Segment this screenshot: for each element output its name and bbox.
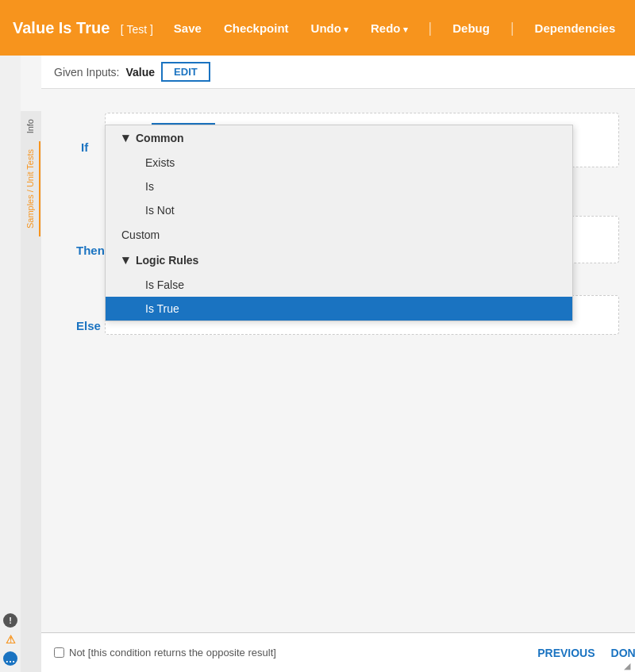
- custom-item[interactable]: Custom: [106, 222, 572, 248]
- checkpoint-button[interactable]: Checkpoint: [222, 18, 291, 38]
- common-section-header[interactable]: Common: [106, 125, 572, 151]
- not-checkbox-label: Not [this condition returns the opposite…: [69, 647, 276, 659]
- redo-button[interactable]: Redo: [369, 18, 410, 38]
- dependencies-button[interactable]: Dependencies: [533, 18, 618, 38]
- toolbar-title: Value Is True [ Test ]: [13, 19, 153, 37]
- toolbar: Value Is True [ Test ] Save Checkpoint U…: [0, 0, 635, 56]
- undo-button[interactable]: Undo: [310, 18, 350, 38]
- error-icon[interactable]: …: [3, 651, 17, 666]
- logic-rules-section-header[interactable]: Logic Rules: [106, 248, 572, 273]
- exists-item[interactable]: Exists: [106, 151, 572, 175]
- resize-handle[interactable]: ◢: [624, 661, 635, 672]
- dropdown-menu: Common Exists Is Is Not Custom Logic Rul…: [105, 125, 573, 321]
- not-checkbox-area: Not [this condition returns the opposite…: [54, 647, 276, 659]
- if-label: If: [81, 140, 88, 154]
- previous-button[interactable]: PREVIOUS: [537, 647, 595, 659]
- done-button[interactable]: DONE: [611, 647, 635, 659]
- given-inputs-label: Given Inputs:: [54, 66, 120, 79]
- not-checkbox[interactable]: [54, 647, 64, 658]
- info-icon[interactable]: !: [3, 613, 17, 628]
- common-label: Common: [136, 132, 184, 144]
- then-label: Then: [76, 244, 105, 257]
- logic-rules-label: Logic Rules: [136, 254, 198, 267]
- sidebar-tab-info[interactable]: Info: [21, 111, 40, 141]
- separator-2: |: [510, 20, 514, 36]
- bottom-actions: PREVIOUS DONE: [537, 647, 635, 659]
- separator-1: |: [429, 20, 433, 36]
- is-true-item[interactable]: Is True: [106, 297, 572, 321]
- given-inputs-bar: Given Inputs: Value EDIT: [41, 56, 635, 89]
- status-icons: ! ⚠ …: [0, 56, 21, 672]
- is-false-item[interactable]: Is False: [106, 273, 572, 297]
- warning-icon[interactable]: ⚠: [3, 632, 17, 647]
- sidebar-tab-samples[interactable]: Samples / Unit Tests: [21, 141, 40, 236]
- main-area: Info Samples / Unit Tests Given Inputs: …: [21, 56, 635, 672]
- left-sidebar: Info Samples / Unit Tests: [21, 111, 41, 672]
- bottom-bar: Not [this condition returns the opposite…: [41, 632, 635, 672]
- app-title: Value Is True: [13, 19, 110, 36]
- else-label: Else: [76, 319, 101, 332]
- is-not-item[interactable]: Is Not: [106, 198, 572, 222]
- given-inputs-value: Value: [126, 66, 156, 79]
- is-item[interactable]: Is: [106, 175, 572, 198]
- edit-button[interactable]: EDIT: [161, 62, 210, 82]
- save-button[interactable]: Save: [172, 18, 203, 38]
- rule-editor: If Value Is True Add Common Exists Is Is…: [41, 89, 635, 632]
- debug-button[interactable]: Debug: [451, 18, 491, 38]
- test-badge: [ Test ]: [121, 23, 153, 36]
